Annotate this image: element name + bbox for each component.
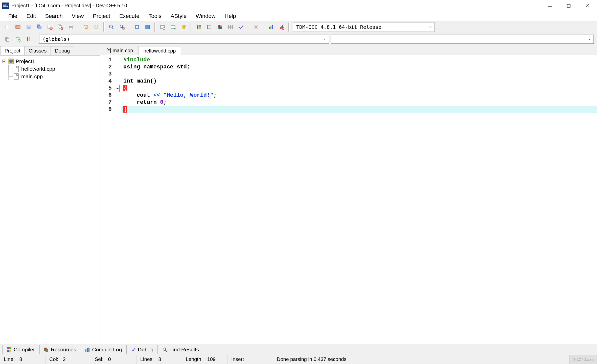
svg-rect-45 [280,27,281,29]
close-window-button[interactable] [578,0,597,11]
code-line[interactable] [123,71,597,78]
code-line[interactable]: #include [123,57,597,64]
code-line[interactable]: int main() [123,78,597,85]
compile-button[interactable] [158,22,167,32]
minimize-button[interactable] [541,0,559,11]
output-tab-debug[interactable]: Debug [126,345,158,354]
syntax-check-button[interactable] [204,22,214,32]
editor-tab[interactable]: [*] main.cpp [101,46,139,55]
open-file-button[interactable] [13,22,23,32]
new-file-button[interactable] [3,22,12,32]
svg-rect-34 [218,25,220,27]
menu-help[interactable]: Help [220,12,241,20]
output-tab-compiler[interactable]: Compiler [2,345,39,354]
chevron-down-icon: ▾ [588,37,590,41]
svg-rect-40 [228,27,230,29]
toolbar-separator [154,22,156,32]
maximize-button[interactable] [559,0,578,11]
status-message: Done parsing in 0.437 seconds [273,355,569,364]
left-tab-debug[interactable]: Debug [51,46,74,55]
svg-line-19 [112,28,113,29]
svg-rect-58 [9,350,11,352]
toolbar-separator [103,22,105,32]
status-col: Col:2 [46,355,91,364]
save-all-button[interactable] [34,22,44,32]
goto-bookmark-button[interactable] [143,22,152,32]
menu-edit[interactable]: Edit [22,12,40,20]
profiling-results-button[interactable] [266,22,276,32]
code-line[interactable]: } [121,106,597,113]
output-tab-label: Find Results [169,347,199,353]
menu-window[interactable]: Window [191,12,220,20]
find-button[interactable] [107,22,116,32]
run-button[interactable] [168,22,178,32]
code-line[interactable]: using namespace std; [123,64,597,71]
toggle-bookmark-button[interactable] [132,22,142,32]
check-button[interactable] [236,22,246,32]
svg-rect-5 [16,25,17,26]
replace-button[interactable] [117,22,127,32]
statusbar: Line:8 Col:2 Sel:0 Lines:8 Length:109 In… [0,355,597,364]
new-project-button[interactable] [3,34,12,44]
left-tab-project[interactable]: Project [0,46,25,55]
save-button [24,22,33,32]
menu-execute[interactable]: Execute [115,12,144,20]
menu-tools[interactable]: Tools [144,12,166,20]
tree-file-item[interactable]: main.cpp [9,73,99,80]
tree-collapse-icon[interactable]: − [2,60,6,63]
code-lines[interactable]: #include using namespace std; int main()… [121,55,597,344]
main-split: ProjectClassesDebug −Project1helloworld.… [0,45,597,344]
svg-rect-31 [197,27,198,29]
app-icon: DEV [2,3,9,9]
scope-dropdown[interactable]: (globals)▾ [39,35,329,44]
file-icon [14,73,19,80]
svg-rect-61 [85,349,86,352]
menu-file[interactable]: File [4,12,22,20]
rebuild-button[interactable] [194,22,203,32]
code-line[interactable]: cout << "Hello, World!"; [123,92,597,99]
menu-project[interactable]: Project [88,12,114,20]
menu-search[interactable]: Search [40,12,67,20]
resources-icon [44,347,49,352]
print-button[interactable] [66,22,76,32]
output-tab-compile-log[interactable]: Compile Log [81,345,126,354]
tree-root-row[interactable]: −Project1 [1,58,99,65]
svg-rect-36 [218,27,220,29]
editor-tab[interactable]: helloworld.cpp [138,46,181,55]
main-toolbar: TDM-GCC 4.8.1 64-bit Release▾ [0,21,597,33]
profile-button[interactable] [215,22,225,32]
delete-profiling-button[interactable] [277,22,286,32]
add-file-button[interactable] [13,34,23,44]
code-line[interactable]: return 0; [123,99,597,106]
status-insert-mode: Insert [228,355,273,364]
compiler-icon [7,347,12,352]
debug-button[interactable] [226,22,235,32]
close-file-button[interactable] [45,22,55,32]
project-panel-tabs: ProjectClassesDebug [0,45,100,55]
editor-area: [*] main.cpphelloworld.cpp 12345678−#inc… [100,45,597,344]
output-tab-resources[interactable]: Resources [39,345,80,354]
tree-file-item[interactable]: helloworld.cpp [9,65,99,73]
left-tab-classes[interactable]: Classes [24,46,51,55]
undo-button[interactable] [81,22,91,32]
svg-rect-55 [7,347,9,349]
close-all-button[interactable] [56,22,65,32]
find-results-icon [162,347,167,352]
svg-rect-30 [199,25,201,27]
svg-rect-22 [123,28,124,29]
tree-file-label: helloworld.cpp [21,66,55,72]
menu-astyle[interactable]: AStyle [166,12,191,20]
code-editor[interactable]: 12345678−#include using namespace std; i… [100,55,597,344]
fold-toggle-icon[interactable]: − [116,85,120,92]
compile-run-button[interactable] [179,22,189,32]
tree-root-label: Project1 [16,58,35,64]
output-tab-find-results[interactable]: Find Results [158,345,203,354]
code-line[interactable]: { [123,85,597,92]
menu-view[interactable]: View [67,12,88,20]
compiler-dropdown[interactable]: TDM-GCC 4.8.1 64-bit Release▾ [293,22,434,32]
project-tree[interactable]: −Project1helloworld.cppmain.cpp [0,55,100,344]
member-dropdown[interactable]: ▾ [331,35,594,44]
project-options-button[interactable] [24,34,33,44]
svg-rect-7 [28,25,30,27]
status-line: Line:8 [0,355,46,364]
